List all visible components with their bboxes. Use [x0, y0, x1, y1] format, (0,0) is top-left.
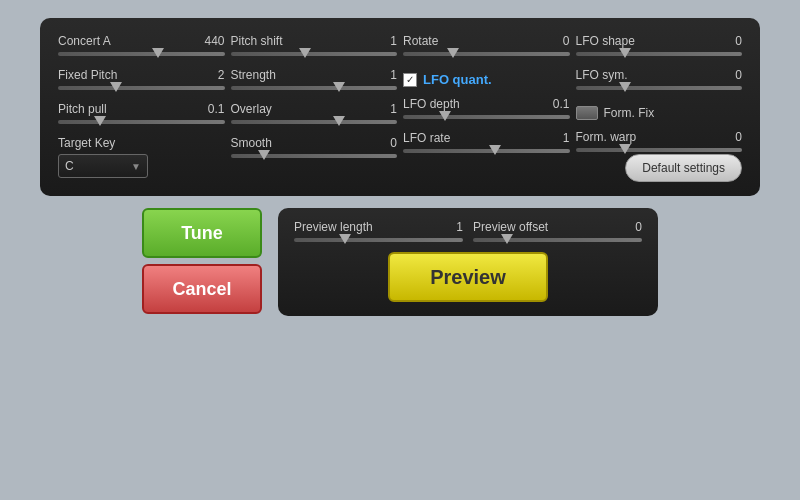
fixed-pitch-thumb[interactable]	[110, 82, 122, 92]
preview-length-label: Preview length	[294, 220, 373, 234]
pitch-pull-param: Pitch pull 0.1	[58, 102, 225, 126]
concert-a-thumb[interactable]	[152, 48, 164, 58]
pitch-pull-slider[interactable]	[58, 120, 225, 124]
fixed-pitch-slider[interactable]	[58, 86, 225, 90]
overlay-param: Overlay 1	[231, 102, 398, 126]
overlay-slider[interactable]	[231, 120, 398, 124]
preview-length-thumb[interactable]	[339, 234, 351, 244]
lfo-shape-param: LFO shape 0	[576, 34, 743, 58]
lfo-quant-checkbox[interactable]: ✓	[403, 73, 417, 87]
preview-controls-row: Preview length 1 Preview offset 0	[294, 220, 642, 244]
main-panel: Concert A 440 Fixed Pitch 2	[40, 18, 760, 196]
lfo-rate-param: LFO rate 1	[403, 131, 570, 155]
form-warp-value: 0	[735, 130, 742, 144]
form-fix-label: Form. Fix	[604, 106, 655, 120]
preview-offset-value: 0	[635, 220, 642, 234]
pitch-shift-slider[interactable]	[231, 52, 398, 56]
pitch-pull-label: Pitch pull	[58, 102, 107, 116]
strength-param: Strength 1	[231, 68, 398, 92]
lfo-sym-label: LFO sym.	[576, 68, 628, 82]
preview-offset-param: Preview offset 0	[473, 220, 642, 244]
preview-length-param: Preview length 1	[294, 220, 463, 244]
fixed-pitch-label: Fixed Pitch	[58, 68, 117, 82]
form-warp-thumb[interactable]	[619, 144, 631, 154]
lfo-sym-thumb[interactable]	[619, 82, 631, 92]
lfo-shape-value: 0	[735, 34, 742, 48]
concert-a-param: Concert A 440	[58, 34, 225, 58]
col-3: Rotate 0 ✓ LFO quant. LFO depth 0.1	[403, 34, 570, 178]
lfo-rate-label: LFO rate	[403, 131, 450, 145]
lfo-shape-slider[interactable]	[576, 52, 743, 56]
preview-offset-label: Preview offset	[473, 220, 548, 234]
smooth-param: Smooth 0	[231, 136, 398, 160]
lfo-depth-value: 0.1	[553, 97, 570, 111]
form-warp-param: Form. warp 0	[576, 130, 743, 154]
form-warp-slider[interactable]	[576, 148, 743, 152]
concert-a-slider[interactable]	[58, 52, 225, 56]
target-key-selected: C	[65, 159, 74, 173]
lfo-quant-param: ✓ LFO quant.	[403, 72, 570, 87]
lfo-depth-thumb[interactable]	[439, 111, 451, 121]
lfo-rate-slider[interactable]	[403, 149, 570, 153]
action-buttons: Tune Cancel	[142, 208, 262, 316]
tune-button[interactable]: Tune	[142, 208, 262, 258]
preview-length-value: 1	[456, 220, 463, 234]
cancel-button[interactable]: Cancel	[142, 264, 262, 314]
lfo-depth-param: LFO depth 0.1	[403, 97, 570, 121]
overlay-label: Overlay	[231, 102, 272, 116]
strength-thumb[interactable]	[333, 82, 345, 92]
lfo-depth-slider[interactable]	[403, 115, 570, 119]
rotate-label: Rotate	[403, 34, 438, 48]
pitch-pull-value: 0.1	[208, 102, 225, 116]
lfo-depth-label: LFO depth	[403, 97, 460, 111]
preview-button[interactable]: Preview	[388, 252, 548, 302]
smooth-thumb[interactable]	[258, 150, 270, 160]
preview-length-slider[interactable]	[294, 238, 463, 242]
lfo-sym-param: LFO sym. 0	[576, 68, 743, 92]
form-fix-toggle[interactable]	[576, 106, 598, 120]
overlay-thumb[interactable]	[333, 116, 345, 126]
form-fix-param: Form. Fix	[576, 106, 743, 120]
rotate-slider[interactable]	[403, 52, 570, 56]
lfo-rate-value: 1	[563, 131, 570, 145]
pitch-shift-thumb[interactable]	[299, 48, 311, 58]
strength-value: 1	[390, 68, 397, 82]
pitch-shift-label: Pitch shift	[231, 34, 283, 48]
lfo-sym-value: 0	[735, 68, 742, 82]
strength-label: Strength	[231, 68, 276, 82]
fixed-pitch-param: Fixed Pitch 2	[58, 68, 225, 92]
pitch-pull-thumb[interactable]	[94, 116, 106, 126]
smooth-slider[interactable]	[231, 154, 398, 158]
preview-panel: Preview length 1 Preview offset 0 Previe…	[278, 208, 658, 316]
rotate-param: Rotate 0	[403, 34, 570, 58]
rotate-thumb[interactable]	[447, 48, 459, 58]
dropdown-arrow-icon: ▼	[131, 161, 141, 172]
smooth-label: Smooth	[231, 136, 272, 150]
smooth-value: 0	[390, 136, 397, 150]
strength-slider[interactable]	[231, 86, 398, 90]
target-key-param: Target Key C ▼	[58, 136, 225, 178]
preview-offset-slider[interactable]	[473, 238, 642, 242]
col-1: Concert A 440 Fixed Pitch 2	[58, 34, 225, 178]
rotate-value: 0	[563, 34, 570, 48]
overlay-value: 1	[390, 102, 397, 116]
lfo-sym-slider[interactable]	[576, 86, 743, 90]
col-2: Pitch shift 1 Strength 1	[231, 34, 398, 178]
lfo-rate-thumb[interactable]	[489, 145, 501, 155]
lfo-shape-thumb[interactable]	[619, 48, 631, 58]
target-key-label: Target Key	[58, 136, 225, 150]
lfo-quant-label: LFO quant.	[423, 72, 492, 87]
concert-a-value: 440	[204, 34, 224, 48]
fixed-pitch-value: 2	[218, 68, 225, 82]
pitch-shift-value: 1	[390, 34, 397, 48]
bottom-area: Tune Cancel Preview length 1 Preview off…	[142, 208, 658, 316]
concert-a-label: Concert A	[58, 34, 111, 48]
pitch-shift-param: Pitch shift 1	[231, 34, 398, 58]
default-settings-button[interactable]: Default settings	[625, 154, 742, 182]
lfo-shape-label: LFO shape	[576, 34, 635, 48]
target-key-dropdown[interactable]: C ▼	[58, 154, 148, 178]
form-warp-label: Form. warp	[576, 130, 637, 144]
preview-offset-thumb[interactable]	[501, 234, 513, 244]
